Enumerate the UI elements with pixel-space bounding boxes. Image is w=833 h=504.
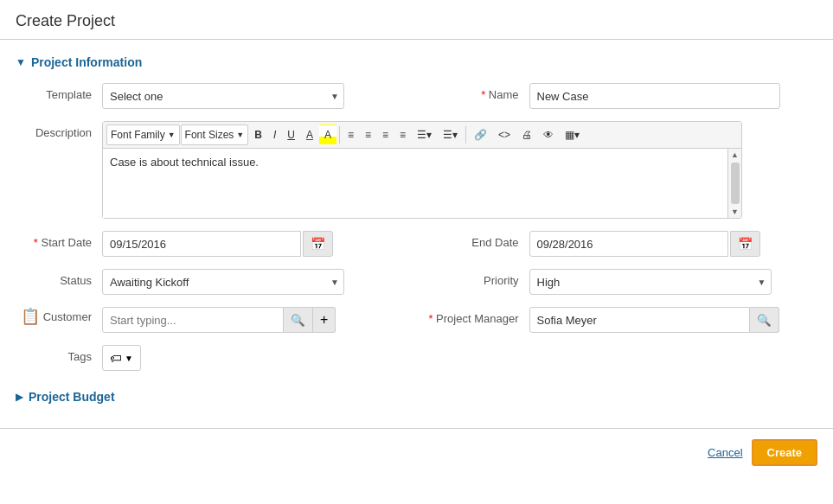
- project-info-section-header[interactable]: ▼ Project Information: [0, 48, 833, 76]
- title-divider: [0, 39, 833, 40]
- scroll-up-icon[interactable]: ▲: [729, 149, 740, 161]
- status-select[interactable]: Awaiting Kickoff In Progress Completed O…: [102, 269, 344, 295]
- link-button[interactable]: 🔗: [469, 124, 492, 145]
- customer-add-button[interactable]: +: [313, 307, 336, 333]
- description-scrollbar: ▲ ▼: [727, 149, 741, 218]
- template-col: Template Select one ▼: [16, 83, 408, 109]
- pm-input-wrapper: 🔍: [529, 307, 779, 333]
- start-date-wrapper: 📅: [102, 231, 333, 257]
- template-name-row: Template Select one ▼ Name: [16, 83, 817, 109]
- start-date-calendar-button[interactable]: 📅: [303, 231, 333, 257]
- highlight-button[interactable]: A: [319, 124, 336, 145]
- project-budget-section: ▶ Project Budget: [0, 383, 833, 411]
- tags-button[interactable]: 🏷 ▼: [102, 345, 141, 371]
- end-date-calendar-icon: 📅: [738, 237, 753, 251]
- name-label: Name: [426, 83, 529, 101]
- font-size-label: Font Sizes: [185, 129, 234, 141]
- end-date-calendar-button[interactable]: 📅: [730, 231, 760, 257]
- cancel-button[interactable]: Cancel: [708, 446, 742, 459]
- font-size-select[interactable]: Font Sizes ▼: [181, 124, 249, 145]
- pm-input[interactable]: [529, 307, 750, 333]
- template-select-wrapper: Select one ▼: [102, 83, 344, 109]
- project-budget-title: Project Budget: [29, 390, 115, 404]
- name-input[interactable]: [529, 83, 780, 109]
- project-info-title: Project Information: [31, 55, 142, 69]
- start-date-calendar-icon: 📅: [311, 237, 325, 251]
- tags-col: Tags 🏷 ▼: [16, 345, 817, 371]
- customer-pm-row: 📋 Customer 🔍 + Project Manager 🔍: [16, 307, 817, 333]
- tags-wrapper: 🏷 ▼: [102, 345, 141, 371]
- desc-text-area: Case is about technical issue.: [103, 149, 727, 218]
- end-date-input[interactable]: [529, 231, 728, 257]
- status-priority-row: Status Awaiting Kickoff In Progress Comp…: [16, 269, 817, 295]
- scroll-down-icon[interactable]: ▼: [729, 206, 740, 218]
- priority-label: Priority: [426, 269, 529, 287]
- scroll-thumb[interactable]: [731, 163, 740, 204]
- template-select[interactable]: Select one: [102, 83, 344, 109]
- status-col: Status Awaiting Kickoff In Progress Comp…: [16, 269, 408, 295]
- font-size-arrow-icon: ▼: [236, 131, 244, 139]
- pm-col: Project Manager 🔍: [408, 307, 818, 333]
- footer-actions: Cancel Create: [0, 429, 833, 476]
- project-info-form: Template Select one ▼ Name Description F…: [0, 76, 833, 371]
- priority-select-wrapper: High Medium Low ▼: [529, 269, 772, 295]
- print-button[interactable]: 🖨: [516, 124, 537, 145]
- pm-search-icon: 🔍: [757, 314, 772, 327]
- status-label: Status: [16, 269, 102, 287]
- project-budget-header[interactable]: ▶ Project Budget: [16, 390, 817, 404]
- customer-label: Customer: [43, 310, 92, 323]
- customer-label-area: 📋 Customer: [16, 307, 102, 326]
- font-family-label: Font Family: [111, 129, 165, 141]
- start-date-input[interactable]: [102, 231, 301, 257]
- priority-col: Priority High Medium Low ▼: [408, 269, 818, 295]
- desc-content-area: Case is about technical issue. ▲ ▼: [103, 149, 741, 218]
- tag-icon: 🏷: [110, 352, 121, 365]
- tags-row: Tags 🏷 ▼: [16, 345, 817, 371]
- customer-icon: 📋: [21, 307, 40, 326]
- underline-button[interactable]: U: [282, 124, 300, 145]
- customer-search-button[interactable]: 🔍: [284, 307, 313, 333]
- font-family-arrow-icon: ▼: [168, 131, 176, 139]
- page-title: Create Project: [0, 0, 833, 39]
- bold-button[interactable]: B: [249, 124, 267, 145]
- end-date-col: End Date 📅: [408, 231, 818, 257]
- font-color-button[interactable]: A: [301, 124, 318, 145]
- customer-col: 📋 Customer 🔍 +: [16, 307, 408, 333]
- unordered-list-button[interactable]: ☰▾: [412, 124, 437, 145]
- preview-button[interactable]: 👁: [538, 124, 559, 145]
- create-button[interactable]: Create: [752, 439, 817, 466]
- ordered-list-button[interactable]: ☰▾: [438, 124, 463, 145]
- dates-row: Start Date 📅 End Date 📅: [16, 231, 817, 257]
- template-label: Template: [16, 83, 102, 101]
- italic-button[interactable]: I: [268, 124, 281, 145]
- align-right-button[interactable]: ≡: [377, 124, 394, 145]
- start-date-label: Start Date: [16, 231, 102, 249]
- toolbar-divider-1: [339, 126, 340, 144]
- end-date-wrapper: 📅: [529, 231, 760, 257]
- start-date-col: Start Date 📅: [16, 231, 408, 257]
- font-family-select[interactable]: Font Family ▼: [106, 124, 180, 145]
- code-button[interactable]: <>: [493, 124, 516, 145]
- status-select-wrapper: Awaiting Kickoff In Progress Completed O…: [102, 269, 344, 295]
- customer-add-icon: +: [320, 312, 328, 328]
- pm-search-button[interactable]: 🔍: [750, 307, 779, 333]
- tags-label: Tags: [16, 345, 102, 363]
- description-toolbar: Font Family ▼ Font Sizes ▼ B I U A A ≡ ≡: [103, 122, 741, 149]
- description-row: Description Font Family ▼ Font Sizes ▼ B…: [16, 121, 817, 219]
- align-center-button[interactable]: ≡: [360, 124, 376, 145]
- customer-search-icon: 🔍: [291, 314, 305, 327]
- description-input[interactable]: Case is about technical issue.: [103, 149, 727, 218]
- tags-arrow-icon: ▼: [125, 354, 133, 363]
- customer-input-wrapper: 🔍 +: [102, 307, 336, 333]
- end-date-label: End Date: [426, 231, 529, 249]
- toolbar-divider-2: [465, 126, 466, 144]
- customer-input[interactable]: [102, 307, 284, 333]
- table-button[interactable]: ▦▾: [560, 124, 585, 145]
- name-col: Name: [408, 83, 818, 109]
- description-editor: Font Family ▼ Font Sizes ▼ B I U A A ≡ ≡: [102, 121, 742, 219]
- description-label: Description: [16, 121, 102, 139]
- justify-button[interactable]: ≡: [394, 124, 411, 145]
- project-budget-chevron-icon: ▶: [16, 391, 23, 403]
- align-left-button[interactable]: ≡: [343, 124, 359, 145]
- priority-select[interactable]: High Medium Low: [529, 269, 772, 295]
